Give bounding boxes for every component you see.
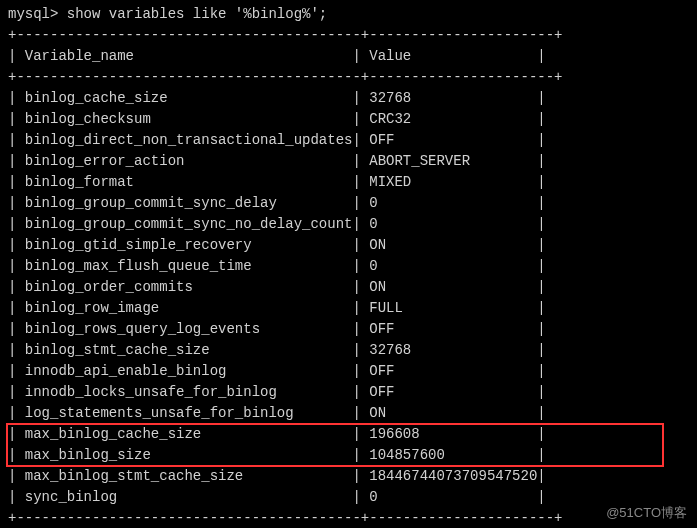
table-row: | max_binlog_size | 104857600 | bbox=[8, 445, 689, 466]
table-border: +---------------------------------------… bbox=[8, 67, 689, 88]
table-row: | binlog_gtid_simple_recovery | ON | bbox=[8, 235, 689, 256]
table-row: | innodb_api_enable_binlog | OFF | bbox=[8, 361, 689, 382]
table-row: | log_statements_unsafe_for_binlog | ON … bbox=[8, 403, 689, 424]
table-row: | binlog_row_image | FULL | bbox=[8, 298, 689, 319]
table-row: | binlog_checksum | CRC32 | bbox=[8, 109, 689, 130]
table-row: | binlog_stmt_cache_size | 32768 | bbox=[8, 340, 689, 361]
table-row: | binlog_order_commits | ON | bbox=[8, 277, 689, 298]
sql-prompt: mysql> show variables like '%binlog%'; bbox=[8, 4, 689, 25]
table-border: +---------------------------------------… bbox=[8, 25, 689, 46]
table-row: | binlog_rows_query_log_events | OFF | bbox=[8, 319, 689, 340]
table-row: | binlog_cache_size | 32768 | bbox=[8, 88, 689, 109]
table-row: | binlog_max_flush_queue_time | 0 | bbox=[8, 256, 689, 277]
table-row: | binlog_error_action | ABORT_SERVER | bbox=[8, 151, 689, 172]
table-row: | binlog_direct_non_transactional_update… bbox=[8, 130, 689, 151]
table-border: +---------------------------------------… bbox=[8, 508, 689, 528]
table-row: | sync_binlog | 0 | bbox=[8, 487, 689, 508]
table-row: | binlog_group_commit_sync_delay | 0 | bbox=[8, 193, 689, 214]
table-row: | max_binlog_stmt_cache_size | 184467440… bbox=[8, 466, 689, 487]
watermark: @51CTO博客 bbox=[606, 503, 687, 523]
table-row: | innodb_locks_unsafe_for_binlog | OFF | bbox=[8, 382, 689, 403]
table-row: | max_binlog_cache_size | 196608 | bbox=[8, 424, 689, 445]
table-row: | binlog_group_commit_sync_no_delay_coun… bbox=[8, 214, 689, 235]
table-row: | binlog_format | MIXED | bbox=[8, 172, 689, 193]
table-header: | Variable_name | Value | bbox=[8, 46, 689, 67]
mysql-terminal: mysql> show variables like '%binlog%';+-… bbox=[8, 4, 689, 528]
